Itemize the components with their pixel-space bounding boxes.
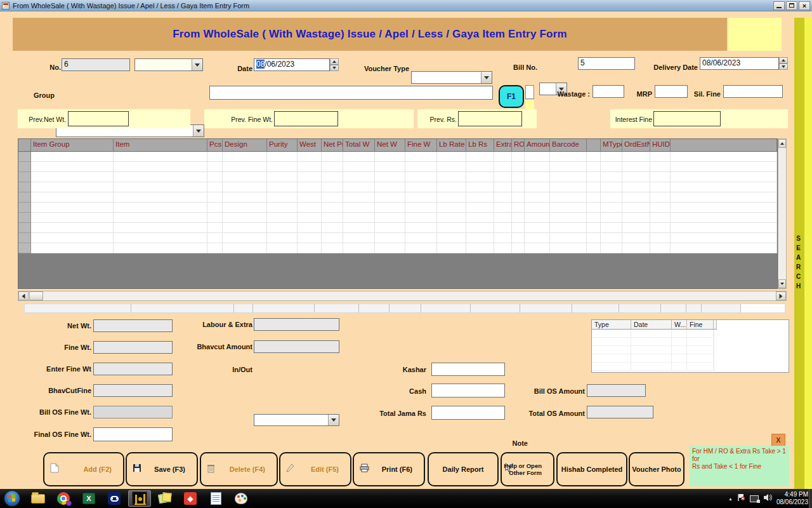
grid-cell[interactable] [375, 223, 405, 233]
mini-table-row[interactable] [592, 338, 789, 346]
grid-cell[interactable] [322, 192, 343, 203]
prev-rs-field[interactable] [458, 111, 522, 126]
grid-cell[interactable] [31, 192, 114, 203]
grid-cell[interactable] [31, 213, 114, 223]
grid-cell[interactable] [343, 192, 375, 203]
grid-cell[interactable] [525, 162, 550, 172]
grid-cell[interactable] [375, 243, 405, 253]
help-open-other-form-button[interactable]: ? Help or Open Other Form [501, 452, 554, 486]
grid-cell[interactable] [114, 213, 207, 223]
grid-cell[interactable] [587, 152, 601, 162]
grid-cell[interactable] [267, 213, 298, 223]
grid-cell[interactable] [405, 243, 437, 253]
grid-cell[interactable] [298, 152, 322, 162]
mini-table-cell[interactable] [687, 346, 714, 354]
grid-cell[interactable] [207, 223, 223, 233]
taskbar-sticky-notes-button[interactable] [154, 490, 176, 507]
grid-cell[interactable] [298, 223, 322, 233]
delete-button[interactable]: Delete (F4) [200, 452, 278, 486]
grid-cell[interactable] [512, 233, 525, 243]
grid-cell[interactable] [405, 203, 437, 213]
grid-cell[interactable] [466, 203, 494, 213]
grid-cell[interactable] [587, 192, 601, 203]
grid-cell[interactable] [466, 192, 494, 203]
bhavcutfine-field[interactable] [93, 384, 173, 397]
grid-cell[interactable] [550, 213, 587, 223]
maximize-button[interactable] [786, 1, 797, 10]
mini-table-row[interactable] [592, 354, 789, 363]
grid-cell[interactable] [298, 233, 322, 243]
grid-cell[interactable] [267, 182, 298, 192]
row-selector-cell[interactable] [18, 223, 31, 233]
grid-row[interactable] [18, 192, 777, 203]
grid-cell[interactable] [343, 213, 375, 223]
grid-cell[interactable] [437, 172, 466, 182]
grid-cell[interactable] [550, 203, 587, 213]
grid-cell[interactable] [322, 243, 343, 253]
grid-cell[interactable] [375, 203, 405, 213]
grid-vertical-scrollbar[interactable] [778, 138, 787, 289]
grid-cell[interactable] [550, 243, 587, 253]
mini-table-cell[interactable] [687, 363, 714, 371]
grid-cell[interactable] [494, 203, 512, 213]
grid-cell[interactable] [466, 182, 494, 192]
grid-cell[interactable] [601, 152, 622, 162]
party-name-field[interactable] [209, 86, 493, 100]
row-selector-cell[interactable] [18, 243, 31, 253]
grid-cell[interactable] [550, 192, 587, 203]
grid-row[interactable] [18, 223, 777, 233]
row-selector-cell[interactable] [18, 213, 31, 223]
grid-cell[interactable] [622, 233, 650, 243]
grid-cell[interactable] [494, 172, 512, 182]
row-selector-cell[interactable] [18, 152, 31, 162]
grid-cell[interactable] [622, 203, 650, 213]
grid-cell[interactable] [114, 243, 207, 253]
grid-cell[interactable] [375, 233, 405, 243]
grid-cell[interactable] [298, 243, 322, 253]
total-os-amount-field[interactable] [587, 406, 653, 418]
grid-cell[interactable] [223, 162, 267, 172]
grid-cell[interactable] [114, 203, 207, 213]
grid-cell[interactable] [550, 152, 587, 162]
grid-cell[interactable] [525, 152, 550, 162]
add-button[interactable]: Add (F2) [43, 452, 124, 486]
grid-cell[interactable] [512, 243, 525, 253]
mini-table-cell[interactable] [592, 346, 631, 354]
scrollbar-thumb[interactable] [29, 291, 43, 300]
grid-cell[interactable] [405, 172, 437, 182]
grid-cell[interactable] [601, 233, 622, 243]
grid-cell[interactable] [207, 162, 223, 172]
prev-fine-wt-field[interactable] [274, 111, 338, 126]
grid-cell[interactable] [494, 152, 512, 162]
grid-cell[interactable] [512, 162, 525, 172]
grid-cell[interactable] [322, 203, 343, 213]
grid-cell[interactable] [525, 243, 550, 253]
tray-expand-icon[interactable]: ▲ [728, 497, 733, 501]
grid-cell[interactable] [525, 203, 550, 213]
grid-cell[interactable] [375, 162, 405, 172]
grid-cell[interactable] [601, 182, 622, 192]
grid-cell[interactable] [622, 243, 650, 253]
grid-cell[interactable] [512, 203, 525, 213]
grid-cell[interactable] [267, 162, 298, 172]
grid-cell[interactable] [223, 203, 267, 213]
grid-cell[interactable] [375, 213, 405, 223]
grid-cell[interactable] [525, 192, 550, 203]
cash-field[interactable] [431, 384, 505, 398]
grid-cell[interactable] [31, 162, 114, 172]
grid-cell[interactable] [650, 152, 671, 162]
grid-cell[interactable] [375, 192, 405, 203]
grid-cell[interactable] [437, 213, 466, 223]
grid-cell[interactable] [587, 213, 601, 223]
grid-cell[interactable] [267, 243, 298, 253]
grid-cell[interactable] [298, 213, 322, 223]
bhavcut-amount-field[interactable] [254, 340, 339, 353]
mini-table-cell[interactable] [631, 330, 672, 338]
grid-cell[interactable] [512, 182, 525, 192]
row-selector-cell[interactable] [18, 203, 31, 213]
mini-table-cell[interactable] [687, 338, 714, 346]
grid-cell[interactable] [587, 182, 601, 192]
grid-cell[interactable] [622, 172, 650, 182]
grid-cell[interactable] [525, 172, 550, 182]
grid-cell[interactable] [207, 233, 223, 243]
